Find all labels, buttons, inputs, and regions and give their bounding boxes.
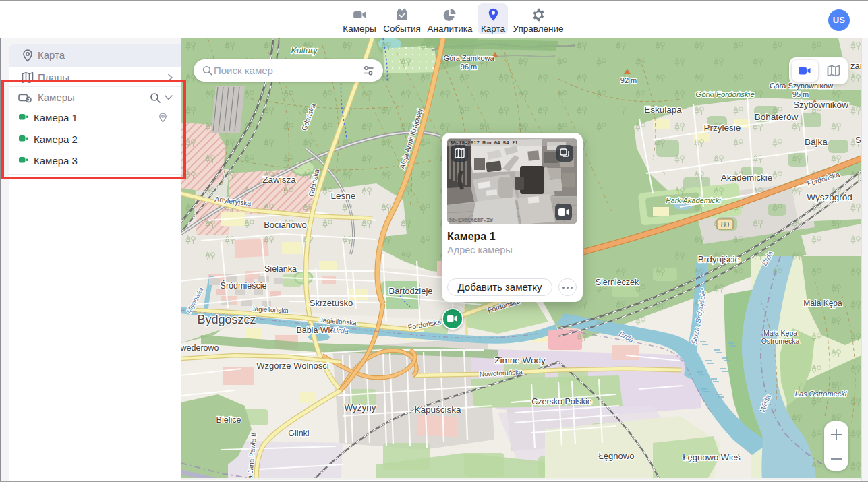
svg-text:Łęgnowo Wieś: Łęgnowo Wieś <box>683 452 741 462</box>
svg-text:Brdyujście: Brdyujście <box>698 254 740 264</box>
svg-text:80: 80 <box>721 220 729 229</box>
svg-text:30-10-2017 Mon 04:54:21: 30-10-2017 Mon 04:54:21 <box>450 140 518 146</box>
svg-text:Czersko Polskie: Czersko Polskie <box>531 397 592 406</box>
svg-text:Park Akademicki: Park Akademicki <box>666 196 721 204</box>
svg-text:Akademickie: Akademickie <box>721 173 773 183</box>
svg-text:DS-2CD2420F-IW: DS-2CD2420F-IW <box>449 218 493 223</box>
svg-text:Sielanka: Sielanka <box>264 264 297 274</box>
svg-text:Kapuściska: Kapuściska <box>414 404 461 415</box>
svg-text:Leśne: Leśne <box>331 191 356 201</box>
svg-text:95 m: 95 m <box>792 90 809 98</box>
svg-text:Bartodzieje: Bartodzieje <box>388 286 432 296</box>
svg-text:Łęgnowo: Łęgnowo <box>599 451 635 461</box>
svg-text:Śródmieście: Śródmieście <box>221 280 267 291</box>
svg-text:Wyszogród: Wyszogród <box>807 192 852 202</box>
svg-text:Bielice: Bielice <box>216 415 241 425</box>
svg-text:Bajka: Bajka <box>805 137 828 147</box>
svg-text:Szybowników: Szybowników <box>793 100 848 110</box>
svg-text:Ostromecka: Ostromecka <box>761 337 800 345</box>
svg-text:92 m: 92 m <box>620 76 637 84</box>
svg-text:Siernieczek: Siernieczek <box>596 278 639 287</box>
svg-text:Przylesie: Przylesie <box>704 123 741 133</box>
svg-text:Brda: Brda <box>332 326 349 335</box>
svg-text:96 m: 96 m <box>461 63 477 71</box>
svg-text:Zawisza: Zawisza <box>262 175 296 185</box>
svg-text:wederowo: wederowo <box>181 343 219 353</box>
svg-text:Eskulapa: Eskulapa <box>644 104 682 115</box>
svg-text:Las Ostromecki: Las Ostromecki <box>795 390 847 398</box>
svg-text:zań: zań <box>850 61 861 71</box>
svg-text:Górki Fordońskie: Górki Fordońskie <box>695 90 755 98</box>
svg-text:Wzgórze Wolności: Wzgórze Wolności <box>256 361 329 371</box>
svg-text:Bydgoszcz: Bydgoszcz <box>197 313 256 326</box>
svg-text:Bohaterów: Bohaterów <box>755 112 799 122</box>
svg-text:Bocianowo: Bocianowo <box>264 220 307 230</box>
svg-text:Mała Kępa: Mała Kępa <box>803 299 842 308</box>
svg-text:Góra Zamkowa: Góra Zamkowa <box>443 54 494 62</box>
svg-text:Kultury: Kultury <box>291 46 318 55</box>
svg-text:Mała Kępa: Mała Kępa <box>763 329 797 337</box>
svg-text:Siels: Siels <box>855 135 861 145</box>
svg-text:Skrzetusko: Skrzetusko <box>310 298 353 308</box>
svg-text:Zimne Wody: Zimne Wody <box>494 355 546 365</box>
svg-text:Glinki: Glinki <box>288 429 309 438</box>
svg-text:Wyżyny: Wyżyny <box>344 402 376 413</box>
